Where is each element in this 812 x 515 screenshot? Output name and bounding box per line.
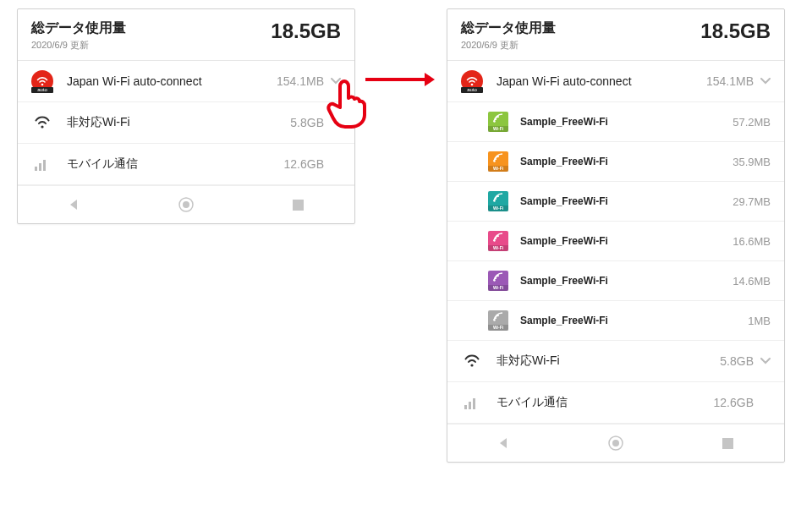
subrow-wifi-1[interactable]: Wi-Fi Sample_FreeWi-Fi 35.9MB — [447, 142, 784, 182]
svg-point-12 — [493, 239, 495, 241]
nav-recent-button[interactable] — [707, 435, 749, 452]
wifi-color-icon: Wi-Fi — [488, 310, 508, 331]
header-date: 2020/6/9 更新 — [31, 39, 126, 52]
wifi-color-icon: Wi-Fi — [488, 271, 508, 291]
wifi-icon — [31, 112, 53, 134]
usage-header: 総データ使用量 2020/6/9 更新 18.5GB — [447, 9, 784, 61]
svg-rect-3 — [39, 163, 41, 171]
svg-point-11 — [493, 200, 495, 201]
subrow-value: 35.9MB — [732, 156, 771, 168]
row-label: モバイル通信 — [497, 395, 714, 410]
subrow-label: Sample_FreeWi-Fi — [520, 235, 732, 247]
row-value: 12.6GB — [284, 157, 324, 171]
cellular-icon — [461, 392, 483, 414]
subrow-value: 16.6MB — [732, 235, 771, 248]
svg-rect-7 — [293, 200, 304, 211]
nav-home-button[interactable] — [595, 435, 637, 452]
row-value: 5.8GB — [290, 116, 324, 129]
nav-back-button[interactable] — [482, 435, 524, 452]
svg-point-15 — [470, 364, 473, 366]
svg-point-8 — [471, 84, 474, 86]
cellular-icon — [31, 153, 53, 175]
wifi-color-icon: Wi-Fi — [488, 191, 508, 211]
subrow-label: Sample_FreeWi-Fi — [520, 195, 732, 207]
row-label: 非対応Wi-Fi — [497, 353, 720, 369]
subrow-label: Sample_FreeWi-Fi — [520, 275, 732, 287]
row-value: 154.1MB — [277, 74, 324, 88]
subrow-value: 1MB — [748, 315, 771, 327]
nav-home-button[interactable] — [165, 196, 207, 213]
chevron-down-icon[interactable] — [760, 355, 771, 367]
tap-hand-icon — [323, 78, 367, 122]
row-mobile[interactable]: モバイル通信 12.6GB — [18, 144, 354, 185]
chevron-down-icon[interactable] — [760, 75, 771, 87]
nav-back-button[interactable] — [52, 196, 95, 213]
row-mobile[interactable]: モバイル通信 12.6GB — [447, 382, 784, 424]
svg-rect-16 — [464, 405, 467, 409]
svg-rect-2 — [35, 167, 37, 171]
subrow-wifi-3[interactable]: Wi-Fi Sample_FreeWi-Fi 16.6MB — [447, 222, 784, 261]
wifi-color-icon: Wi-Fi — [488, 231, 508, 251]
android-navbar — [447, 424, 784, 462]
usage-header: 総データ使用量 2020/6/9 更新 18.5GB — [18, 9, 354, 61]
row-value: 5.8GB — [720, 354, 754, 368]
wifi-color-icon: Wi-Fi — [488, 112, 508, 132]
svg-rect-17 — [469, 402, 471, 409]
subrow-value: 29.7MB — [732, 195, 771, 208]
svg-point-6 — [183, 201, 189, 208]
subrow-wifi-0[interactable]: Wi-Fi Sample_FreeWi-Fi 57.2MB — [447, 102, 784, 142]
header-title: 総データ使用量 — [461, 19, 556, 37]
arrow-right-icon — [365, 78, 426, 81]
subrow-label: Sample_FreeWi-Fi — [520, 156, 732, 167]
japan-wifi-icon: auto — [31, 70, 53, 92]
svg-point-1 — [41, 125, 43, 128]
subrow-wifi-5[interactable]: Wi-Fi Sample_FreeWi-Fi 1MB — [447, 301, 784, 341]
header-title: 総データ使用量 — [31, 19, 126, 37]
japan-wifi-icon: auto — [461, 70, 483, 92]
svg-point-9 — [493, 120, 495, 122]
android-navbar — [18, 185, 354, 223]
subrow-label: Sample_FreeWi-Fi — [520, 116, 732, 128]
header-date: 2020/6/9 更新 — [461, 39, 556, 52]
svg-point-0 — [41, 84, 44, 86]
row-nonwifi[interactable]: 非対応Wi-Fi 5.8GB — [18, 102, 354, 144]
row-label: Japan Wi-Fi auto-connect — [497, 74, 706, 88]
row-japan-wifi[interactable]: auto Japan Wi-Fi auto-connect 154.1MB — [18, 61, 354, 102]
row-nonwifi[interactable]: 非対応Wi-Fi 5.8GB — [447, 341, 784, 382]
svg-rect-4 — [43, 160, 46, 171]
header-usage: 18.5GB — [700, 19, 771, 43]
nav-recent-button[interactable] — [277, 196, 320, 213]
subrow-label: Sample_FreeWi-Fi — [520, 315, 748, 326]
svg-point-14 — [493, 319, 495, 321]
subrow-value: 14.6MB — [732, 275, 771, 288]
svg-point-20 — [612, 440, 619, 447]
left-screen: 総データ使用量 2020/6/9 更新 18.5GB auto Japan Wi… — [17, 8, 355, 224]
subrow-value: 57.2MB — [732, 116, 771, 129]
subrow-wifi-4[interactable]: Wi-Fi Sample_FreeWi-Fi 14.6MB — [447, 261, 784, 301]
wifi-icon — [461, 350, 483, 372]
wifi-color-icon: Wi-Fi — [488, 151, 508, 172]
header-usage: 18.5GB — [271, 19, 341, 43]
row-label: 非対応Wi-Fi — [67, 115, 290, 130]
svg-rect-18 — [473, 398, 475, 409]
row-label: Japan Wi-Fi auto-connect — [67, 74, 277, 88]
row-japan-wifi-expanded[interactable]: auto Japan Wi-Fi auto-connect 154.1MB — [447, 61, 784, 102]
svg-rect-21 — [722, 438, 733, 449]
row-value: 154.1MB — [706, 74, 754, 88]
right-screen: 総データ使用量 2020/6/9 更新 18.5GB auto Japan Wi… — [447, 8, 785, 463]
subrow-wifi-2[interactable]: Wi-Fi Sample_FreeWi-Fi 29.7MB — [447, 182, 784, 222]
row-value: 12.6GB — [714, 396, 754, 409]
svg-point-10 — [493, 160, 495, 162]
svg-point-13 — [493, 279, 495, 281]
row-label: モバイル通信 — [67, 156, 284, 172]
